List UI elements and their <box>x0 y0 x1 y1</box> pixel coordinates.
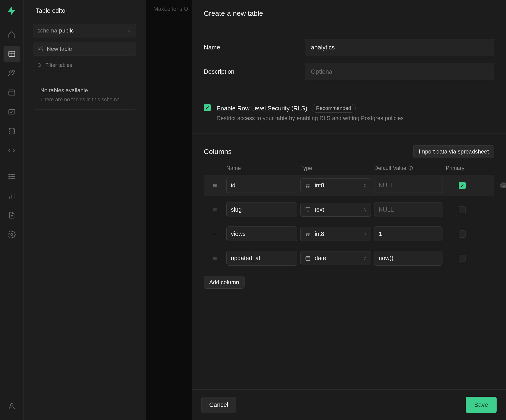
schema-selector[interactable]: schema public <box>33 24 136 37</box>
svg-point-12 <box>9 176 9 177</box>
search-icon <box>37 63 42 68</box>
column-name-input[interactable] <box>227 227 297 241</box>
nav-auth[interactable] <box>4 65 20 81</box>
column-name-wrap <box>226 202 297 217</box>
cancel-button[interactable]: Cancel <box>201 397 236 413</box>
table-description-input[interactable] <box>305 63 494 80</box>
calendar-icon <box>304 255 311 261</box>
empty-title: No tables available <box>40 87 129 94</box>
chevron-updown-icon <box>363 208 367 212</box>
hash-icon <box>304 182 311 189</box>
svg-line-30 <box>307 183 307 187</box>
column-name-wrap <box>226 178 297 193</box>
svg-line-49 <box>309 232 309 236</box>
svg-rect-56 <box>306 256 310 260</box>
rls-checkbox[interactable] <box>204 104 211 111</box>
column-name-input[interactable] <box>227 202 297 217</box>
column-default-input[interactable] <box>374 251 442 266</box>
primary-checkbox[interactable] <box>459 206 466 213</box>
svg-point-21 <box>38 64 41 67</box>
empty-sub: There are no tables in this schema <box>40 96 129 103</box>
nav-docs[interactable] <box>4 207 20 223</box>
svg-point-20 <box>10 404 13 406</box>
column-default-input[interactable] <box>374 202 442 217</box>
help-icon[interactable] <box>408 166 413 171</box>
svg-rect-5 <box>9 91 15 95</box>
nav-list[interactable] <box>4 168 20 185</box>
header-default: Default Value <box>374 165 406 171</box>
import-spreadsheet-button[interactable]: Import data via spreadsheet <box>413 145 494 158</box>
column-row: date <box>204 247 494 269</box>
column-settings-button[interactable]: 1 <box>500 182 506 189</box>
drag-handle-icon[interactable] <box>207 231 223 237</box>
svg-line-22 <box>40 66 42 67</box>
new-table-button[interactable]: New table <box>33 42 136 56</box>
svg-point-3 <box>9 71 12 73</box>
header-name: Name <box>226 165 297 171</box>
header-primary: Primary <box>446 165 479 171</box>
new-table-label: New table <box>47 46 72 52</box>
column-name-wrap <box>226 251 297 266</box>
save-button[interactable]: Save <box>466 397 497 413</box>
column-type-label: date <box>315 255 359 261</box>
column-row: int8 <box>204 223 494 245</box>
primary-checkbox[interactable] <box>459 182 466 189</box>
description-label: Description <box>204 68 305 75</box>
drag-handle-icon[interactable] <box>207 182 223 189</box>
drag-handle-icon[interactable] <box>207 255 223 261</box>
rail-divider <box>6 165 17 165</box>
svg-point-24 <box>411 169 411 169</box>
main-area: MaxLeiter's O Create a new table Name De… <box>146 0 506 420</box>
create-table-panel: Create a new table Name Description <box>192 0 506 420</box>
name-label: Name <box>204 44 305 51</box>
nav-sql[interactable] <box>4 104 20 120</box>
chevron-updown-icon <box>127 28 132 33</box>
svg-rect-0 <box>9 51 15 57</box>
nav-database[interactable] <box>4 123 20 139</box>
column-type-select[interactable]: text <box>300 203 371 217</box>
nav-settings[interactable] <box>4 226 20 243</box>
column-type-label: text <box>315 206 359 213</box>
rls-badge: Recommended <box>312 104 356 113</box>
column-row: text <box>204 199 494 220</box>
add-column-button[interactable]: Add column <box>204 276 245 289</box>
column-name-input[interactable] <box>227 178 297 193</box>
column-row: int8 1 <box>204 175 494 196</box>
primary-checkbox[interactable] <box>459 231 466 238</box>
hash-icon <box>304 231 311 237</box>
svg-line-31 <box>309 183 309 187</box>
panel-title: Create a new table <box>192 0 506 27</box>
rls-title: Enable Row Level Security (RLS) <box>217 105 307 112</box>
nav-functions[interactable] <box>4 142 20 159</box>
svg-point-7 <box>9 128 14 130</box>
column-default-input[interactable] <box>374 227 442 241</box>
nav-account[interactable] <box>4 398 20 414</box>
schema-prefix: schema <box>37 27 57 34</box>
chevron-updown-icon <box>363 183 367 188</box>
primary-checkbox[interactable] <box>459 255 466 262</box>
sidebar: Table editor schema public New table No … <box>24 0 146 420</box>
nav-home[interactable] <box>4 26 20 43</box>
empty-state: No tables available There are no tables … <box>33 81 136 110</box>
logo-supabase[interactable] <box>6 5 18 17</box>
column-type-select[interactable]: int8 <box>300 227 371 241</box>
settings-count-badge: 1 <box>500 182 506 188</box>
svg-line-48 <box>307 232 307 236</box>
column-type-select[interactable]: int8 <box>300 179 371 192</box>
nav-storage[interactable] <box>4 84 20 101</box>
column-default-input[interactable] <box>374 178 442 193</box>
filter-tables-wrap[interactable] <box>33 59 136 71</box>
table-name-input[interactable] <box>305 39 494 56</box>
column-type-select[interactable]: date <box>300 251 371 265</box>
drag-handle-icon[interactable] <box>207 207 223 213</box>
column-type-label: int8 <box>315 182 359 189</box>
nav-rail <box>0 0 24 420</box>
nav-reports[interactable] <box>4 188 20 204</box>
column-headers: Name Type Default Value Primary <box>204 165 494 175</box>
nav-table-editor[interactable] <box>4 46 20 62</box>
filter-tables-input[interactable] <box>46 62 132 68</box>
header-type: Type <box>300 165 371 171</box>
chevron-updown-icon <box>363 232 367 236</box>
schema-name: public <box>59 27 74 34</box>
column-name-input[interactable] <box>227 251 297 265</box>
